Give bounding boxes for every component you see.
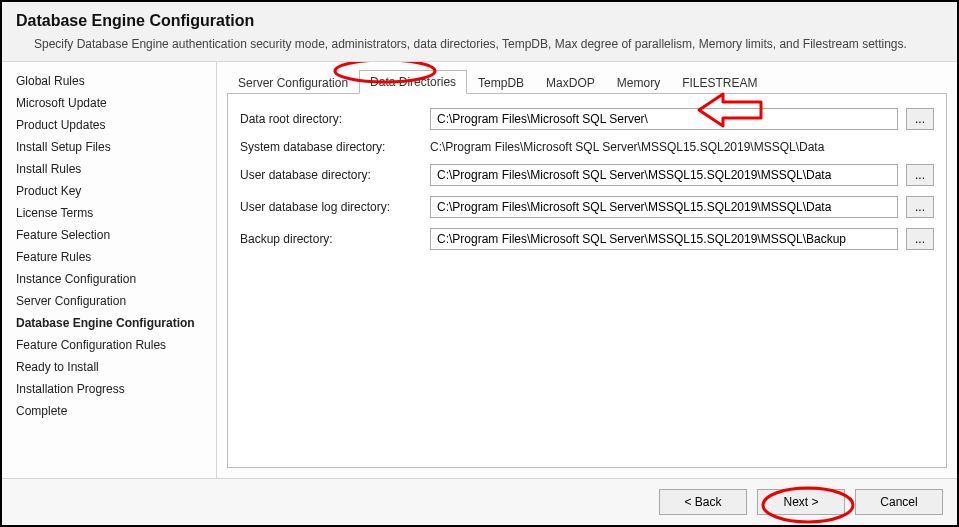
row-user-db: User database directory: ... (240, 164, 934, 186)
main-pane: Server Configuration Data Directories Te… (217, 62, 957, 478)
sidebar-item-feature-selection[interactable]: Feature Selection (2, 224, 216, 246)
body: Global Rules Microsoft Update Product Up… (2, 62, 957, 478)
sidebar-item-license-terms[interactable]: License Terms (2, 202, 216, 224)
sidebar-item-instance-configuration[interactable]: Instance Configuration (2, 268, 216, 290)
sidebar-item-ready-to-install[interactable]: Ready to Install (2, 356, 216, 378)
next-button[interactable]: Next > (757, 489, 845, 515)
tab-filestream[interactable]: FILESTREAM (671, 71, 768, 94)
page-title: Database Engine Configuration (16, 12, 943, 30)
label-user-log: User database log directory: (240, 200, 422, 214)
sidebar-item-feature-configuration-rules[interactable]: Feature Configuration Rules (2, 334, 216, 356)
label-user-db: User database directory: (240, 168, 422, 182)
sidebar-item-complete[interactable]: Complete (2, 400, 216, 422)
tab-tempdb[interactable]: TempDB (467, 71, 535, 94)
tab-body: Data root directory: ... System database… (227, 94, 947, 468)
sidebar-item-install-setup-files[interactable]: Install Setup Files (2, 136, 216, 158)
input-data-root[interactable] (430, 108, 898, 130)
sidebar-item-installation-progress[interactable]: Installation Progress (2, 378, 216, 400)
row-system-db: System database directory: C:\Program Fi… (240, 140, 934, 154)
tab-server-configuration[interactable]: Server Configuration (227, 71, 359, 94)
label-backup: Backup directory: (240, 232, 422, 246)
label-system-db: System database directory: (240, 140, 422, 154)
row-data-root: Data root directory: ... (240, 108, 934, 130)
input-user-log[interactable] (430, 196, 898, 218)
sidebar-item-product-key[interactable]: Product Key (2, 180, 216, 202)
sidebar-item-product-updates[interactable]: Product Updates (2, 114, 216, 136)
row-user-log: User database log directory: ... (240, 196, 934, 218)
page-subtitle: Specify Database Engine authentication s… (16, 36, 943, 53)
step-sidebar: Global Rules Microsoft Update Product Up… (2, 62, 217, 478)
label-data-root: Data root directory: (240, 112, 422, 126)
browse-user-db[interactable]: ... (906, 164, 934, 186)
browse-backup[interactable]: ... (906, 228, 934, 250)
footer: < Back Next > Cancel (2, 478, 957, 525)
tab-memory[interactable]: Memory (606, 71, 671, 94)
row-backup: Backup directory: ... (240, 228, 934, 250)
tab-strip: Server Configuration Data Directories Te… (227, 68, 947, 94)
tab-maxdop[interactable]: MaxDOP (535, 71, 606, 94)
page-header: Database Engine Configuration Specify Da… (2, 2, 957, 62)
cancel-button[interactable]: Cancel (855, 489, 943, 515)
browse-user-log[interactable]: ... (906, 196, 934, 218)
installer-window: Database Engine Configuration Specify Da… (0, 0, 959, 527)
browse-data-root[interactable]: ... (906, 108, 934, 130)
sidebar-item-feature-rules[interactable]: Feature Rules (2, 246, 216, 268)
sidebar-item-install-rules[interactable]: Install Rules (2, 158, 216, 180)
sidebar-item-global-rules[interactable]: Global Rules (2, 70, 216, 92)
sidebar-item-database-engine-configuration[interactable]: Database Engine Configuration (2, 312, 216, 334)
back-button[interactable]: < Back (659, 489, 747, 515)
tab-data-directories[interactable]: Data Directories (359, 70, 467, 94)
sidebar-item-server-configuration[interactable]: Server Configuration (2, 290, 216, 312)
input-user-db[interactable] (430, 164, 898, 186)
input-backup[interactable] (430, 228, 898, 250)
sidebar-item-microsoft-update[interactable]: Microsoft Update (2, 92, 216, 114)
value-system-db: C:\Program Files\Microsoft SQL Server\MS… (430, 140, 824, 154)
